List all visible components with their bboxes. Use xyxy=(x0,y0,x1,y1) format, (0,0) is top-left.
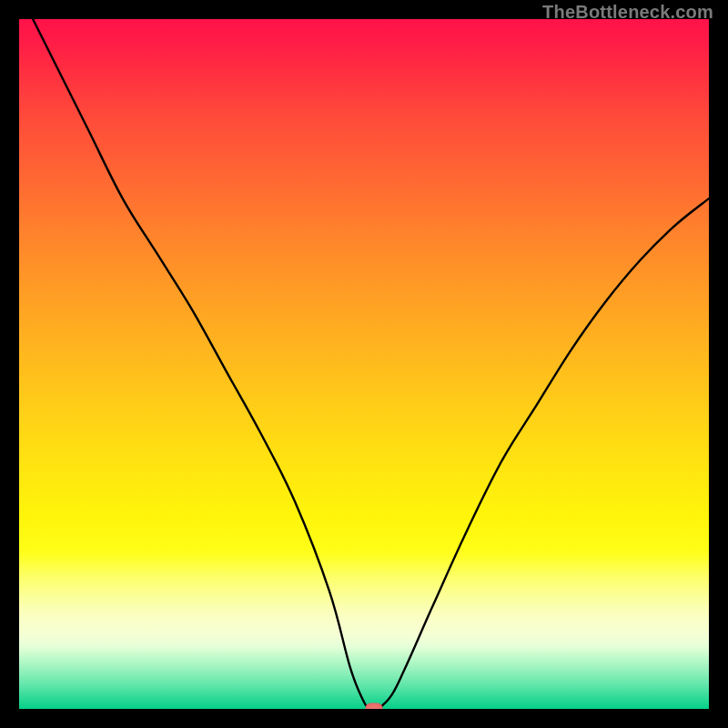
optimum-marker xyxy=(366,703,383,710)
watermark-text: TheBottleneck.com xyxy=(542,2,713,23)
plot-area xyxy=(19,19,709,709)
chart-frame: TheBottleneck.com xyxy=(0,0,728,728)
bottleneck-curve xyxy=(19,19,709,709)
